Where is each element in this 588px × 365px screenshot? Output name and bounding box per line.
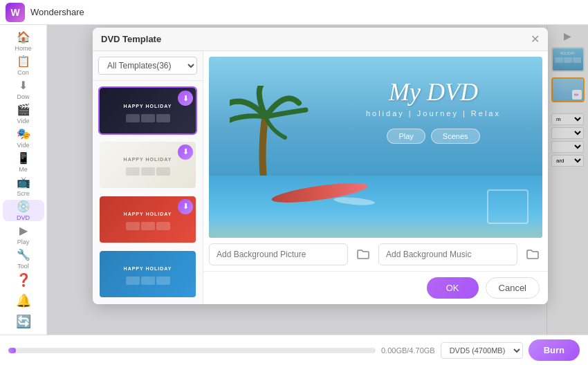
preview-panel: My DVD holiday | Journey | Relax Play Sc…	[203, 51, 548, 304]
screen-icon: 📺	[17, 176, 30, 189]
video1-icon: 🎬	[17, 103, 30, 116]
template-thumb-holidays: HAPPY HOLIDAY ⬇	[100, 88, 196, 135]
template-list: HAPPY HOLIDAY ⬇ Hol	[93, 81, 203, 304]
storage-text: 0.00GB/4.70GB	[381, 346, 435, 355]
burn-button[interactable]: Burn	[529, 339, 580, 361]
help-icon[interactable]: ❓	[16, 272, 31, 288]
holidays-download-btn[interactable]: ⬇	[178, 91, 193, 106]
convert-icon: 📋	[17, 55, 30, 68]
top-bar: W Wondershare	[0, 0, 588, 25]
sidebar-item-video1[interactable]: 🎬 Vide	[3, 103, 44, 124]
cancel-button[interactable]: Cancel	[486, 277, 540, 299]
template-panel: All Templates(36) HAPPY HOLIDAY	[93, 51, 203, 304]
dvd-title-overlay: My DVD holiday | Journey | Relax Play Sc…	[366, 77, 501, 144]
sidebar-item-play[interactable]: ▶ Play	[3, 224, 44, 245]
app-window: W Wondershare 🏠 Home 📋 Con ⬇ Dow 🎬 Vide	[0, 0, 588, 365]
dvd-icon: 💿	[17, 200, 30, 213]
video2-icon: 🎭	[17, 127, 30, 140]
sidebar-item-convert[interactable]: 📋 Con	[3, 55, 44, 76]
template-filter: All Templates(36)	[93, 51, 203, 81]
sidebar-item-download[interactable]: ⬇ Dow	[3, 79, 44, 100]
preview-area: My DVD holiday | Journey | Relax Play Sc…	[209, 57, 542, 238]
dvd-size-select[interactable]: DVD5 (4700MB)	[441, 342, 523, 359]
template-item-holidays[interactable]: HAPPY HOLIDAY ⬇ Hol	[98, 86, 197, 135]
sidebar-item-screen[interactable]: 📺 Scre	[3, 176, 44, 197]
sidebar-item-home[interactable]: 🏠 Home	[3, 30, 44, 52]
progress-bar	[8, 348, 376, 353]
dvd-main-title: My DVD	[366, 77, 501, 106]
template-thumb-journey: HAPPY HOLIDAY ⬇	[100, 142, 196, 189]
download-icon: ⬇	[19, 79, 28, 92]
action-row: OK Cancel	[203, 271, 548, 304]
bg-picture-folder-btn[interactable]	[353, 245, 373, 264]
bg-music-folder-btn[interactable]	[523, 245, 542, 264]
template-item-seaside[interactable]: HAPPY HOLIDAY Seaside	[98, 250, 197, 299]
modal-close-button[interactable]: ✕	[531, 34, 540, 45]
app-title: Wondershare	[30, 7, 84, 17]
modal-title-bar: DVD Template ✕	[93, 28, 548, 51]
template-thumb-relax: HAPPY HOLIDAY ⬇	[100, 196, 196, 244]
input-row	[203, 238, 548, 271]
dvd-play-btn: Play	[387, 129, 425, 144]
sidebar-bottom: ❓ 🔔 🔄	[16, 272, 31, 335]
bg-picture-input[interactable]	[209, 243, 348, 265]
dvd-preview: My DVD holiday | Journey | Relax Play Sc…	[209, 57, 542, 238]
content-area: ▶ HOLIDAY ✏	[47, 25, 588, 335]
ok-button[interactable]: OK	[427, 277, 479, 299]
play-icon: ▶	[19, 224, 28, 237]
sidebar-item-dvd[interactable]: 💿 DVD	[3, 200, 44, 221]
tools-icon: 🔧	[17, 248, 30, 261]
media-icon: 📱	[17, 151, 30, 165]
dvd-background: My DVD holiday | Journey | Relax Play Sc…	[209, 57, 542, 238]
refresh-icon[interactable]: 🔄	[16, 314, 31, 329]
sidebar: 🏠 Home 📋 Con ⬇ Dow 🎬 Vide 🎭 Vide 📱 Me	[0, 25, 47, 335]
progress-bar-fill	[8, 348, 16, 353]
sidebar-item-tools[interactable]: 🔧 Tool	[3, 248, 44, 270]
notification-icon[interactable]: 🔔	[16, 293, 31, 308]
dvd-template-modal: DVD Template ✕ All Templates(36)	[93, 28, 548, 304]
bottom-bar: 0.00GB/4.70GB DVD5 (4700MB) Burn	[0, 335, 588, 365]
bg-music-input[interactable]	[378, 243, 517, 265]
dvd-preview-buttons: Play Scenes	[366, 129, 501, 144]
relax-download-btn[interactable]: ⬇	[178, 199, 193, 214]
home-icon: 🏠	[17, 30, 30, 44]
app-logo: W	[6, 3, 25, 22]
corner-decoration	[487, 189, 529, 224]
journey-download-btn[interactable]: ⬇	[178, 144, 193, 160]
dvd-subtitle: holiday | Journey | Relax	[366, 109, 501, 118]
template-thumb-seaside: HAPPY HOLIDAY	[100, 251, 196, 299]
dvd-scenes-btn: Scenes	[431, 129, 480, 144]
template-filter-select[interactable]: All Templates(36)	[98, 57, 197, 75]
sidebar-item-media[interactable]: 📱 Me	[3, 151, 44, 173]
main-content: 🏠 Home 📋 Con ⬇ Dow 🎬 Vide 🎭 Vide 📱 Me	[0, 25, 588, 335]
modal-title: DVD Template	[101, 34, 161, 44]
template-item-relax[interactable]: HAPPY HOLIDAY ⬇ Rel	[98, 195, 197, 244]
template-item-journey[interactable]: HAPPY HOLIDAY ⬇ Jou	[98, 140, 197, 189]
modal-body: All Templates(36) HAPPY HOLIDAY	[93, 51, 548, 304]
sidebar-item-video2[interactable]: 🎭 Vide	[3, 127, 44, 149]
